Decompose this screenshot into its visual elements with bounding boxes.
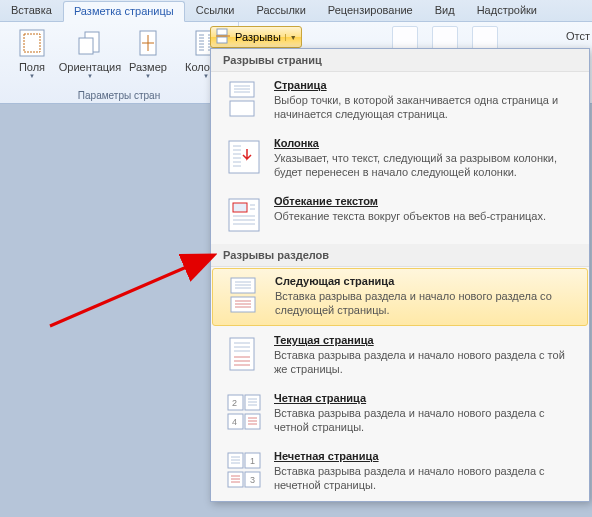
margins-label: Поля [19, 61, 45, 73]
menu-item-desc: Указывает, что текст, следующий за разры… [274, 151, 578, 179]
svg-text:3: 3 [250, 475, 255, 485]
chevron-down-icon: ▼ [285, 34, 297, 41]
orientation-label: Ориентация [59, 61, 121, 73]
menu-item-desc: Вставка разрыва раздела и начало нового … [274, 348, 578, 376]
svg-text:4: 4 [232, 417, 237, 427]
menu-item-desc: Вставка разрыва раздела и начало нового … [275, 289, 577, 317]
menu-item-title: Нечетная страница [274, 450, 578, 462]
menu-item-text-wrapping[interactable]: Обтекание текстом Обтекание текста вокру… [211, 188, 589, 244]
svg-text:1: 1 [250, 456, 255, 466]
menu-item-title: Колонка [274, 137, 578, 149]
margins-button[interactable]: Поля ▼ [4, 24, 60, 82]
menu-item-desc: Выбор точки, в которой заканчивается одн… [274, 93, 578, 121]
page-break-icon [215, 28, 231, 46]
menu-item-title: Текущая страница [274, 334, 578, 346]
menu-item-desc: Вставка разрыва раздела и начало нового … [274, 464, 578, 492]
breaks-split-button[interactable]: Разрывы ▼ [210, 26, 302, 48]
svg-rect-19 [217, 37, 227, 43]
svg-rect-18 [217, 29, 227, 35]
tab-mailings[interactable]: Рассылки [245, 0, 316, 21]
indent-label: Отст [566, 30, 590, 42]
group-caption-page-setup: Параметры стран [4, 90, 234, 103]
tab-links[interactable]: Ссылки [185, 0, 246, 21]
size-button[interactable]: Размер ▼ [120, 24, 176, 82]
svg-rect-3 [79, 38, 93, 54]
breaks-label: Разрывы [235, 31, 281, 43]
menu-item-next-page[interactable]: Следующая страница Вставка разрыва разде… [212, 268, 588, 326]
menu-item-desc: Вставка разрыва раздела и начало нового … [274, 406, 578, 434]
tab-review[interactable]: Рецензирование [317, 0, 424, 21]
size-label: Размер [129, 61, 167, 73]
tab-insert[interactable]: Вставка [0, 0, 63, 21]
menu-item-title: Следующая страница [275, 275, 577, 287]
menu-item-odd-page[interactable]: 13 Нечетная страница Вставка разрыва раз… [211, 443, 589, 501]
menu-item-title: Обтекание текстом [274, 195, 578, 207]
text-wrap-icon [224, 195, 264, 235]
chevron-down-icon: ▼ [87, 73, 93, 79]
chevron-down-icon: ▼ [145, 73, 151, 79]
breaks-dropdown: Разрывы страниц Страница Выбор точки, в … [210, 48, 590, 502]
orientation-icon [74, 27, 106, 59]
svg-text:2: 2 [232, 398, 237, 408]
next-page-icon [225, 275, 265, 315]
orientation-button[interactable]: Ориентация ▼ [62, 24, 118, 82]
chevron-down-icon: ▼ [203, 73, 209, 79]
size-icon [132, 27, 164, 59]
section-title-page-breaks: Разрывы страниц [211, 49, 589, 72]
group-page-setup: Поля ▼ Ориентация ▼ Размер ▼ [0, 22, 239, 103]
column-break-icon [224, 137, 264, 177]
page-icon [224, 79, 264, 119]
tab-view[interactable]: Вид [424, 0, 466, 21]
svg-rect-34 [233, 203, 247, 212]
menu-item-title: Четная страница [274, 392, 578, 404]
ribbon-tabs: Вставка Разметка страницы Ссылки Рассылк… [0, 0, 592, 22]
menu-item-title: Страница [274, 79, 578, 91]
odd-page-icon: 13 [224, 450, 264, 490]
svg-rect-22 [230, 101, 254, 116]
tab-page-layout[interactable]: Разметка страницы [63, 1, 185, 22]
chevron-down-icon: ▼ [29, 73, 35, 79]
menu-item-even-page[interactable]: 24 Четная страница Вставка разрыва разде… [211, 385, 589, 443]
margins-icon [16, 27, 48, 59]
menu-item-page[interactable]: Страница Выбор точки, в которой заканчив… [211, 72, 589, 130]
continuous-icon [224, 334, 264, 374]
ribbon: Поля ▼ Ориентация ▼ Размер ▼ [0, 22, 592, 104]
menu-item-column[interactable]: Колонка Указывает, что текст, следующий … [211, 130, 589, 188]
section-title-section-breaks: Разрывы разделов [211, 244, 589, 267]
menu-item-desc: Обтекание текста вокруг объектов на веб-… [274, 209, 578, 223]
menu-item-continuous[interactable]: Текущая страница Вставка разрыва раздела… [211, 327, 589, 385]
tab-addins[interactable]: Надстройки [466, 0, 548, 21]
even-page-icon: 24 [224, 392, 264, 432]
